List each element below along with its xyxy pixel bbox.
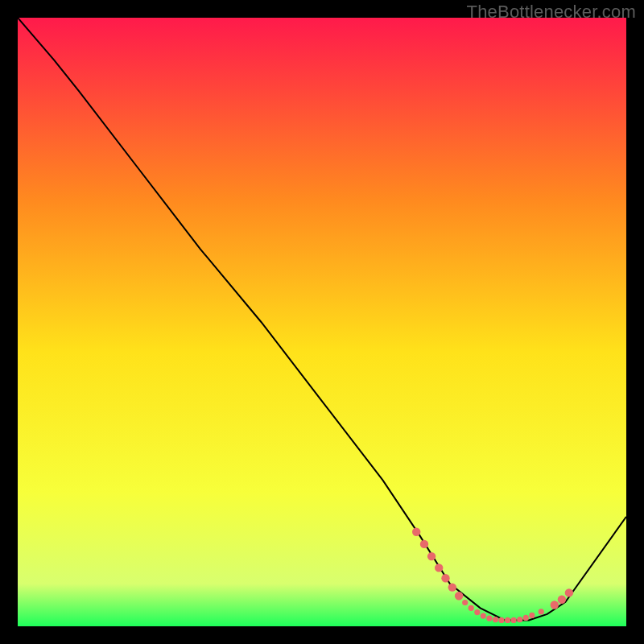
highlight-dot [498, 617, 504, 623]
highlight-dot [462, 600, 468, 605]
gradient-background [18, 18, 626, 626]
highlight-dot [412, 528, 420, 536]
highlight-dot [523, 615, 529, 621]
highlight-dot [469, 605, 474, 611]
highlight-dot [517, 617, 522, 622]
highlight-dot [420, 540, 428, 548]
highlight-dot [505, 617, 510, 623]
highlight-dot [493, 617, 498, 622]
highlight-dot [481, 613, 486, 619]
chart-canvas [18, 18, 626, 626]
plot-frame [18, 18, 626, 626]
highlight-dot [448, 583, 456, 591]
highlight-dot [435, 564, 443, 572]
highlight-dot [539, 609, 544, 614]
highlight-dot [441, 574, 449, 582]
highlight-dot [529, 613, 535, 618]
highlight-dot [486, 616, 492, 621]
highlight-dot [558, 596, 566, 604]
highlight-dot [474, 609, 480, 615]
highlight-dot [551, 601, 559, 609]
highlight-dot [511, 617, 517, 623]
highlight-dot [427, 552, 436, 560]
highlight-dot [565, 588, 573, 597]
highlight-dot [455, 592, 463, 600]
